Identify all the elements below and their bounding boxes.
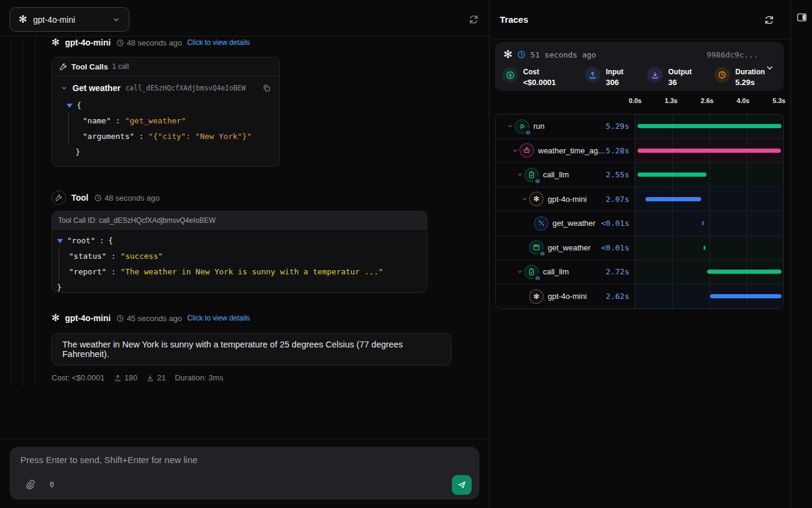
trace-span-row[interactable]: call_llm2.72s: [496, 260, 783, 285]
json-collapse-toggle[interactable]: [67, 104, 73, 108]
download-icon: [146, 374, 154, 382]
composer-area: [0, 439, 489, 508]
output-tokens-stat: 21: [146, 373, 165, 382]
json-value: "The weather in New York is sunny with a…: [120, 267, 383, 276]
span-name: gpt-4o-mini: [548, 292, 587, 301]
thread-guide-line: [22, 37, 23, 387]
stat-label: Cost: [523, 68, 539, 76]
tool-call-json-viewer: { "name" : "get_weather" "arguments" : "…: [52, 93, 279, 160]
openai-icon: ✻: [529, 192, 544, 206]
trace-id: 9986dc9c...: [707, 50, 758, 59]
trace-span-row[interactable]: run5.29s: [496, 114, 783, 139]
timeline-tick-label: 1.3s: [665, 97, 677, 104]
message-timestamp: 48 seconds ago: [94, 193, 160, 202]
toggle-panel-button[interactable]: [795, 11, 808, 24]
span-timeline-cell: [635, 114, 783, 138]
tools-plugin-button[interactable]: [47, 479, 59, 491]
message-sender: gpt-4o-mini: [65, 313, 110, 323]
message-timestamp: 45 seconds ago: [116, 314, 182, 323]
json-collapse-toggle[interactable]: [57, 239, 63, 243]
span-duration: 5.28s: [606, 146, 635, 155]
assistant-message-text: The weather in New York is sunny with a …: [62, 340, 440, 359]
chevron-down-icon: [61, 84, 68, 92]
duration-stat: Duration: 3ms: [175, 373, 224, 382]
play-icon: [515, 119, 529, 134]
span-bar: [645, 197, 702, 201]
clapper-icon: [529, 240, 544, 255]
robot-badge-icon: [538, 249, 547, 258]
thread-guide-line: [34, 37, 35, 387]
tool-calls-card: Tool Calls 1 call Get weather call_dESzH…: [52, 57, 280, 167]
view-details-link[interactable]: Click to view details: [187, 314, 250, 322]
trace-span-row[interactable]: ✻gpt-4o-mini2.62s: [496, 285, 783, 309]
message-input[interactable]: [20, 455, 464, 473]
trace-summary-card[interactable]: ✻ 51 seconds ago 9986dc9c... $ Cost<$0.0…: [495, 42, 784, 91]
attach-file-button[interactable]: [25, 479, 37, 491]
cost-stat: $ Cost<$0.0001: [502, 66, 556, 87]
openai-logo-icon: ✻: [52, 38, 59, 47]
tool-call-row[interactable]: Get weather call_dESzHQcfXAdjbmsvQ4eIoBE…: [52, 76, 279, 93]
traces-header: Traces: [490, 0, 790, 40]
output-stat: Output36: [647, 66, 692, 87]
model-selector-dropdown[interactable]: ✻ gpt-4o-mini: [10, 7, 129, 32]
robot-badge-icon: [533, 177, 542, 185]
send-icon: [457, 480, 467, 490]
refresh-traces-button[interactable]: [763, 14, 774, 25]
tool-calls-title: Tool Calls: [71, 62, 108, 71]
tool-avatar: [52, 190, 66, 205]
span-timeline-cell: [635, 285, 783, 309]
send-button[interactable]: [452, 475, 472, 495]
chevron-down-icon[interactable]: [520, 196, 529, 202]
openai-logo-icon: ✻: [52, 313, 59, 323]
span-name: get_weather: [548, 243, 591, 252]
tool-result-json-viewer: "root" : { "status" : "success" "report"…: [52, 229, 427, 293]
tool-call-id: call_dESzHQcfXAdjbmsvQ4eIoBEW: [125, 84, 246, 92]
span-name: call_llm: [543, 170, 569, 179]
stat-value: 36: [668, 78, 677, 87]
copy-icon[interactable]: [262, 84, 271, 92]
chevron-down-icon[interactable]: [515, 268, 524, 275]
message-stats-footer: Cost: <$0.0001 180 21 Duration: 3ms: [52, 373, 224, 382]
openai-logo-icon: ✻: [19, 14, 27, 25]
robot-badge-icon: [524, 128, 532, 137]
stat-label: Duration: [735, 68, 765, 76]
span-name: weather_time_ag...: [538, 146, 605, 155]
trace-span-row[interactable]: get_weather<0.01s: [496, 236, 783, 261]
view-details-link[interactable]: Click to view details: [187, 38, 250, 47]
span-bar: [707, 270, 781, 274]
trace-span-row[interactable]: weather_time_ag...5.28s: [496, 139, 783, 164]
trace-summary-top-row: ✻ 51 seconds ago 9986dc9c...: [503, 49, 758, 60]
chevron-down-icon: [112, 16, 120, 24]
input-tokens-stat: 180: [114, 373, 138, 382]
chevron-down-icon[interactable]: [510, 147, 520, 154]
refresh-chat-button[interactable]: [468, 14, 479, 25]
chevron-down-icon[interactable]: [765, 64, 774, 72]
chevron-down-icon[interactable]: [515, 171, 524, 178]
timeline-axis: 0.0s1.3s2.6s4.0s5.3s: [495, 97, 784, 107]
clock-icon: [517, 50, 526, 59]
stat-label: Input: [606, 68, 623, 76]
model-selector-value: gpt-4o-mini: [33, 15, 106, 25]
json-value: "get_weather": [125, 116, 186, 125]
upload-icon: [585, 67, 600, 83]
composer-box: [10, 447, 479, 500]
timeline-tick-label: 0.0s: [629, 97, 641, 104]
clipboard-icon: [524, 265, 539, 279]
tool-calls-card-header: Tool Calls 1 call: [52, 58, 279, 76]
span-timeline-cell: [635, 163, 783, 187]
trace-span-row[interactable]: get_weather<0.01s: [496, 211, 783, 236]
trace-span-row[interactable]: call_llm2.55s: [496, 163, 783, 188]
chat-topbar: ✻ gpt-4o-mini: [0, 0, 489, 37]
assistant-message-header: ✻ gpt-4o-mini 48 seconds ago Click to vi…: [52, 37, 250, 48]
span-duration: 5.29s: [606, 122, 635, 131]
trace-timestamp: 51 seconds ago: [530, 50, 596, 59]
span-timeline-cell: [635, 139, 783, 163]
clock-icon: [714, 67, 730, 83]
json-value: "{"city": "New York"}": [149, 132, 252, 141]
refresh-icon: [764, 15, 774, 25]
input-stat: Input306: [585, 66, 623, 87]
assistant-message-header: ✻ gpt-4o-mini 45 seconds ago Click to vi…: [52, 313, 250, 323]
trace-span-row[interactable]: ✻gpt-4o-mini2.07s: [496, 188, 783, 212]
cost-stat: Cost: <$0.0001: [52, 373, 105, 382]
chevron-down-icon[interactable]: [505, 123, 515, 129]
